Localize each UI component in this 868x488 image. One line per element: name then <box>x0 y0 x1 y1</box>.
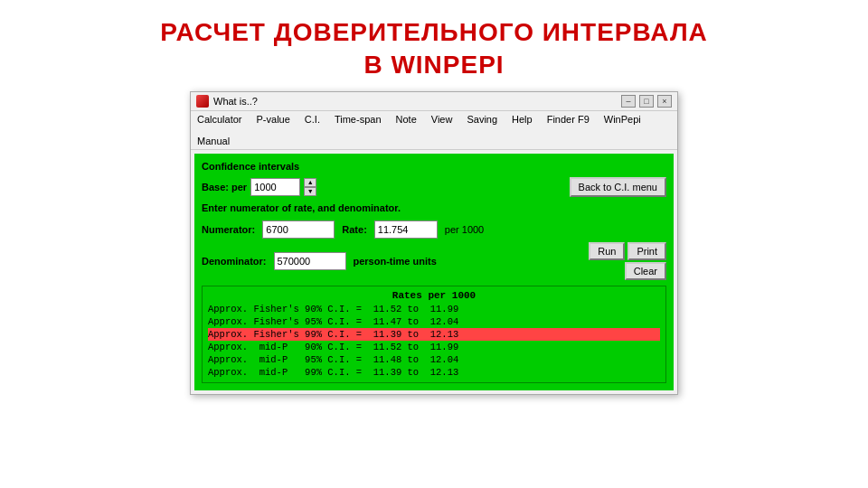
person-time-label: person-time units <box>354 256 437 267</box>
minimize-button[interactable]: – <box>621 95 636 108</box>
window: What is..? – □ × Calculator P-value C.I.… <box>190 91 678 395</box>
menu-winpepi[interactable]: WinPepi <box>601 113 644 126</box>
result-row-2: Approx. Fisher's 95% C.I. = 11.47 to 12.… <box>208 315 660 328</box>
menu-view[interactable]: View <box>429 113 456 126</box>
menu-finder[interactable]: Finder F9 <box>544 113 592 126</box>
base-label: Base: per <box>202 182 247 192</box>
per-1000-label: per 1000 <box>445 224 484 235</box>
result-row-5: Approx. mid-P 95% C.I. = 11.48 to 12.04 <box>208 353 660 366</box>
base-spinner[interactable]: ▲ ▼ <box>304 178 316 196</box>
denominator-label: Denominator: <box>202 256 267 267</box>
menu-calculator[interactable]: Calculator <box>194 113 245 126</box>
menu-note[interactable]: Note <box>393 113 420 126</box>
menu-timespan[interactable]: Time-span <box>332 113 384 126</box>
page-title: РАСЧЕТ ДОВЕРИТЕЛЬНОГО ИНТЕРВАЛА В WINPEP… <box>0 0 868 91</box>
menubar: Calculator P-value C.I. Time-span Note V… <box>191 111 677 150</box>
denominator-input[interactable] <box>274 252 346 270</box>
results-table: Rates per 1000 Approx. Fisher's 90% C.I.… <box>202 286 666 383</box>
back-to-ci-menu-button[interactable]: Back to C.I. menu <box>570 177 666 197</box>
section-label: Confidence intervals <box>202 161 666 172</box>
results-header: Rates per 1000 <box>208 290 660 301</box>
restore-button[interactable]: □ <box>639 95 654 108</box>
result-row-3: Approx. Fisher's 99% C.I. = 11.39 to 12.… <box>208 328 660 341</box>
close-button[interactable]: × <box>657 95 672 108</box>
window-title: What is..? <box>213 96 258 107</box>
run-button[interactable]: Run <box>589 242 625 260</box>
menu-manual[interactable]: Manual <box>194 135 232 147</box>
rate-label: Rate: <box>342 224 367 235</box>
rate-input[interactable] <box>374 221 438 239</box>
window-titlebar: What is..? – □ × <box>191 92 677 111</box>
clear-button[interactable]: Clear <box>625 262 666 280</box>
menu-ci[interactable]: C.I. <box>302 113 323 126</box>
menu-saving[interactable]: Saving <box>464 113 500 126</box>
menu-help[interactable]: Help <box>509 113 535 126</box>
base-input[interactable] <box>250 178 300 196</box>
title-icon <box>196 95 209 108</box>
result-row-4: Approx. mid-P 90% C.I. = 11.52 to 11.99 <box>208 341 660 353</box>
enter-label: Enter numerator of rate, and denominator… <box>202 202 666 213</box>
result-row-1: Approx. Fisher's 90% C.I. = 11.52 to 11.… <box>208 303 660 315</box>
numerator-label: Numerator: <box>202 224 255 235</box>
menu-pvalue[interactable]: P-value <box>254 113 293 126</box>
print-button[interactable]: Print <box>627 242 666 260</box>
result-row-6: Approx. mid-P 99% C.I. = 11.39 to 12.13 <box>208 366 660 379</box>
numerator-input[interactable] <box>262 221 335 239</box>
app-content: Confidence intervals Base: per ▲ ▼ Back … <box>194 154 674 390</box>
